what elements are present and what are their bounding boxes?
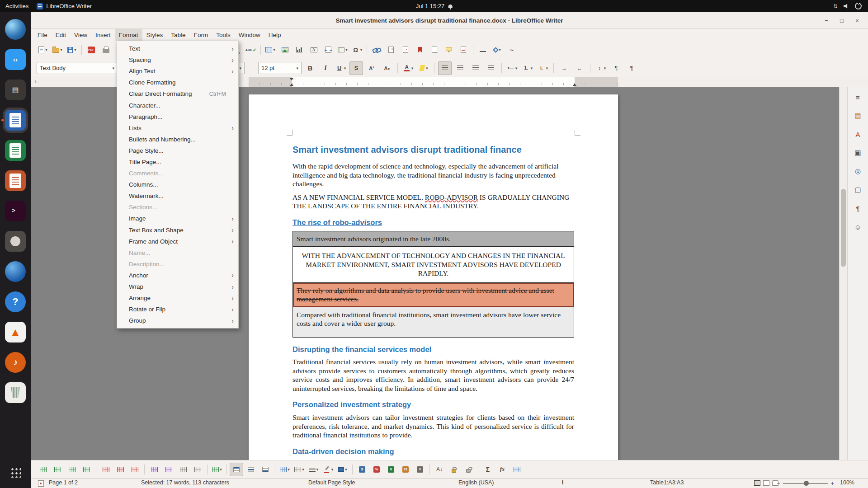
menu-file[interactable]: File (33, 29, 52, 41)
menu-item-character[interactable]: Character... (117, 99, 238, 111)
page-deck-button[interactable]: ▢ (851, 183, 865, 197)
menu-item-watermark[interactable]: Watermark... (117, 190, 238, 202)
table-row-a1[interactable]: Smart investment advisors originated in … (293, 231, 574, 247)
terminal-launcher[interactable]: >_ (0, 196, 31, 226)
zoom-level[interactable]: 100% (840, 479, 854, 486)
calc-launcher[interactable] (0, 135, 31, 165)
menu-help[interactable]: Help (264, 29, 285, 41)
styles-deck-button[interactable]: A (851, 127, 865, 141)
language-status[interactable]: English (USA) (458, 479, 494, 486)
formula-button[interactable]: fx (495, 463, 509, 476)
increase-paragraph-spacing-button[interactable]: ¶ (609, 61, 623, 75)
endnote-button[interactable]: z (399, 43, 412, 56)
menu-form[interactable]: Form (190, 29, 212, 41)
rows-above-button[interactable] (36, 463, 50, 476)
firefox-launcher[interactable] (0, 14, 31, 44)
print-button[interactable] (99, 43, 113, 56)
borders-button[interactable] (292, 463, 306, 476)
menu-item-comments[interactable]: Comments... (117, 168, 238, 179)
menu-styles[interactable]: Styles (142, 29, 167, 41)
optimize-size-button[interactable] (210, 463, 224, 476)
spelling-button[interactable]: ABC (244, 43, 258, 56)
open-button[interactable] (51, 43, 64, 56)
writer-launcher[interactable] (0, 105, 31, 135)
menu-item-group[interactable]: Group › (117, 315, 238, 326)
left-indent-marker[interactable] (289, 84, 294, 86)
split-cells-button[interactable] (191, 463, 204, 476)
show-applications-button[interactable] (0, 461, 31, 483)
accessibility-check-deck-button[interactable]: ☺ (851, 220, 865, 234)
single-page-view-button[interactable] (754, 480, 760, 486)
insert-image-button[interactable] (278, 43, 292, 56)
sidebar-settings-button[interactable]: ≡ (851, 90, 865, 104)
menu-table[interactable]: Table (167, 29, 189, 41)
help-launcher[interactable]: ? (0, 286, 31, 317)
trash-launcher[interactable] (0, 377, 31, 408)
menu-tools[interactable]: Tools (212, 29, 235, 41)
superscript-button[interactable]: A² (365, 61, 378, 75)
underline-button[interactable]: U (334, 61, 348, 75)
protect-cells-button[interactable] (447, 463, 461, 476)
special-character-button[interactable]: Ω (350, 43, 364, 56)
insert-field-button[interactable] (336, 43, 349, 56)
zoom-slider[interactable] (783, 483, 828, 484)
page-count-status[interactable]: Page 1 of 2 (49, 479, 78, 486)
font-color-button[interactable]: A (401, 61, 415, 75)
table-row-a3[interactable]: They rely on algorithms and data analysi… (293, 283, 574, 307)
columns-before-button[interactable] (65, 463, 79, 476)
menu-item-text[interactable]: Text › (117, 43, 238, 54)
document-content[interactable]: Smart investment advisors disrupt tradit… (292, 144, 574, 460)
maximize-button[interactable]: □ (836, 15, 847, 26)
gimp-launcher[interactable] (0, 226, 31, 256)
rows-below-button[interactable] (51, 463, 64, 476)
files-launcher[interactable]: ▤ (0, 75, 31, 105)
number-format-button[interactable]: # (413, 463, 427, 476)
menu-item-image[interactable]: Image › (117, 213, 238, 224)
menu-item-anchor[interactable]: Anchor › (117, 270, 238, 281)
menu-item-wrap[interactable]: Wrap › (117, 281, 238, 292)
date-format-button[interactable]: 31 (399, 463, 412, 476)
outline-list-button[interactable]: i. (536, 61, 550, 75)
border-style-button[interactable] (307, 463, 321, 476)
impress-launcher[interactable] (0, 165, 31, 196)
activities-button[interactable]: Activities (5, 3, 28, 9)
menu-item-align-text[interactable]: Align Text › (117, 66, 238, 77)
page-style-status[interactable]: Default Page Style (308, 479, 355, 486)
subscript-button[interactable]: A₂ (380, 61, 394, 75)
menu-item-spacing[interactable]: Spacing › (117, 54, 238, 66)
sort-button[interactable]: A↓ (433, 463, 446, 476)
font-size-combo[interactable]: 12 pt (258, 62, 302, 74)
italic-button[interactable]: I (319, 61, 332, 75)
decrease-indent-button[interactable]: ← (573, 61, 586, 75)
scrollbar-thumb[interactable] (841, 189, 846, 267)
insert-table-button[interactable] (264, 43, 277, 56)
right-indent-marker[interactable] (572, 84, 577, 86)
autoformat-button[interactable] (278, 463, 292, 476)
background-color-button[interactable] (336, 463, 349, 476)
cross-reference-button[interactable] (428, 43, 441, 56)
bookmark-button[interactable] (413, 43, 427, 56)
menu-item-bullets-and-numbering[interactable]: Bullets and Numbering... (117, 134, 238, 145)
footnote-button[interactable]: 1 (384, 43, 398, 56)
center-vertically-button[interactable] (244, 463, 258, 476)
menu-item-clone-formatting[interactable]: Clone Formatting (117, 77, 238, 88)
style-inspector-deck-button[interactable]: ¶ (851, 201, 865, 216)
unprotect-cells-button[interactable] (462, 463, 475, 476)
save-button[interactable] (65, 43, 79, 56)
focused-app-indicator[interactable]: LibreOffice Writer (37, 3, 92, 9)
insert-mode-indicator[interactable]: I (562, 479, 563, 486)
align-left-button[interactable] (438, 61, 452, 75)
properties-deck-button[interactable]: ▤ (851, 108, 865, 123)
menu-item-arrange[interactable]: Arrange › (117, 292, 238, 304)
menu-item-lists[interactable]: Lists › (117, 122, 238, 134)
system-status-area[interactable]: ⇅ (833, 3, 868, 9)
delete-rows-button[interactable] (99, 463, 113, 476)
select-cell-button[interactable] (147, 463, 161, 476)
ordered-list-button[interactable]: 1. (521, 61, 534, 75)
menu-item-paragraph[interactable]: Paragraph... (117, 111, 238, 122)
menu-item-description[interactable]: Description... (117, 258, 238, 270)
menu-item-clear-direct-formatting[interactable]: Clear Direct Formatting Ctrl+M (117, 88, 238, 99)
sum-button[interactable]: Σ (481, 463, 495, 476)
rhythmbox-launcher[interactable]: ♪ (0, 347, 31, 377)
document-page[interactable]: Smart investment advisors disrupt tradit… (249, 94, 618, 460)
